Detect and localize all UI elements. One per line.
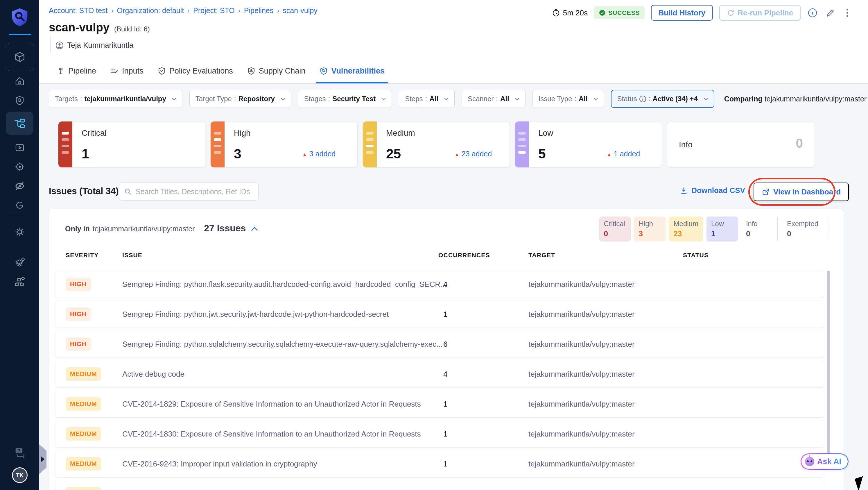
severity-chip-critical[interactable]: Critical0 xyxy=(599,216,631,242)
filter-scanner[interactable]: Scanner:All xyxy=(462,90,526,108)
table-row[interactable]: MEDIUMCVE-2014-1830: Exposure of Sensiti… xyxy=(56,420,824,447)
occurrences-value: 1 xyxy=(443,399,447,408)
severity-strip xyxy=(58,121,72,167)
filter-steps[interactable]: Steps:All xyxy=(399,90,455,108)
view-in-dashboard-button[interactable]: View in Dashboard xyxy=(753,183,849,201)
target-value: tejakummarikuntla/vulpy:master xyxy=(528,429,635,438)
execution-duration: 5m 20s xyxy=(552,8,588,18)
column-header-issue: Issue xyxy=(122,252,142,259)
severity-card-label: Low xyxy=(538,128,553,138)
pencil-icon xyxy=(825,8,835,18)
help-button[interactable]: ? xyxy=(0,444,39,460)
chip-label: Info xyxy=(746,220,768,228)
download-csv-button[interactable]: Download CSV xyxy=(680,186,745,195)
filter-label: Steps xyxy=(405,95,423,103)
sto-logo-icon[interactable] xyxy=(9,6,30,28)
severity-summary-cards: Critical1High3▲3 addedMedium25▲23 addedL… xyxy=(58,121,814,168)
sidebar-item-settings[interactable] xyxy=(0,223,39,241)
table-row[interactable]: HIGHSemgrep Finding: python.flask.securi… xyxy=(56,271,824,298)
severity-chip-low[interactable]: Low1 xyxy=(707,216,738,242)
table-scrollbar[interactable] xyxy=(827,271,830,454)
user-avatar[interactable]: TK xyxy=(12,467,28,483)
chip-label: Low xyxy=(711,220,733,228)
filter-label: Scanner xyxy=(468,95,494,103)
breadcrumb-link[interactable]: Project: STO xyxy=(193,6,235,15)
filter-value: All xyxy=(429,95,438,103)
filter-colon: : xyxy=(328,95,330,103)
sidebar-divider xyxy=(9,216,31,216)
sidebar-item-pipelines[interactable] xyxy=(6,112,33,135)
table-row[interactable]: MEDIUM xyxy=(56,480,824,490)
severity-chip-medium[interactable]: Medium23 xyxy=(669,216,703,242)
issue-title: Semgrep Finding: python.jwt.security.jwt… xyxy=(122,309,389,318)
tab-supply-chain[interactable]: Supply Chain xyxy=(246,58,307,84)
filter-stages[interactable]: Stages:Security Test xyxy=(298,90,392,108)
filter-colon: : xyxy=(234,95,236,103)
vulnerabilities-icon xyxy=(319,66,328,75)
severity-card-added: ▲3 added xyxy=(302,150,336,158)
filter-colon: : xyxy=(648,95,650,103)
filter-colon: : xyxy=(574,95,576,103)
sidebar-item-exemptions[interactable] xyxy=(0,177,39,195)
refresh-icon xyxy=(727,9,735,17)
sidebar-item-targets[interactable] xyxy=(0,158,39,176)
rerun-pipeline-button[interactable]: Re-run Pipeline xyxy=(719,5,801,21)
issues-search xyxy=(119,183,258,201)
severity-card-low: Low5▲1 added xyxy=(515,121,662,168)
filter-issue-type[interactable]: Issue Type:All xyxy=(532,90,604,108)
strip-bar xyxy=(518,151,526,154)
sidebar-item-getting-started[interactable] xyxy=(0,196,39,214)
sidebar-item-scan-overview[interactable] xyxy=(0,92,39,109)
sidebar-item-account-settings[interactable] xyxy=(0,273,39,290)
issue-group-header[interactable]: Only in tejakummarikuntla/vulpy:master 2… xyxy=(65,223,258,234)
breadcrumb-link[interactable]: Account: STO test xyxy=(49,6,107,15)
info-button[interactable]: i xyxy=(807,7,818,18)
layers-gear-icon xyxy=(14,256,26,268)
table-row[interactable]: MEDIUMCVE-2014-1829: Exposure of Sensiti… xyxy=(56,390,824,417)
filter-target-type[interactable]: Target Type:Repository xyxy=(189,90,291,108)
strip-bar xyxy=(62,132,69,134)
filter-targets[interactable]: Targets:tejakummarikuntla/vulpy xyxy=(49,90,182,108)
chevron-down-icon xyxy=(515,96,519,100)
sidebar-item-project-settings[interactable] xyxy=(0,253,39,271)
severity-badge: MEDIUM xyxy=(66,457,101,470)
issue-title: Semgrep Finding: python.flask.security.a… xyxy=(122,280,447,288)
table-row[interactable]: MEDIUMCVE-2016-9243: Improper input vali… xyxy=(56,450,824,477)
table-row[interactable]: HIGHSemgrep Finding: python.jwt.security… xyxy=(56,301,824,328)
tab-label: Pipeline xyxy=(68,66,96,75)
build-history-button[interactable]: Build History xyxy=(651,5,713,21)
severity-chip-exempted[interactable]: Exempted0 xyxy=(782,216,823,242)
sidebar-item-home[interactable] xyxy=(0,73,39,90)
filter-value: All xyxy=(579,95,588,103)
severity-card-added: ▲1 added xyxy=(607,150,640,158)
chevron-down-icon xyxy=(172,96,177,100)
tab-vulnerabilities[interactable]: Vulnerabilities xyxy=(318,58,386,84)
collapse-chevron-icon[interactable] xyxy=(251,227,258,234)
tab-policy-evaluations[interactable]: Policy Evaluations xyxy=(156,58,234,84)
tab-pipeline[interactable]: Pipeline xyxy=(55,58,97,84)
status-badge: SUCCESS xyxy=(594,6,645,19)
chip-divider xyxy=(828,217,828,241)
search-input[interactable] xyxy=(135,187,254,196)
occurrences-value: 1 xyxy=(443,429,447,438)
edit-pipeline-button[interactable] xyxy=(825,7,835,18)
sidebar-item-executions[interactable] xyxy=(0,139,39,156)
severity-chip-high[interactable]: High3 xyxy=(634,216,665,242)
table-row[interactable]: HIGHSemgrep Finding: python.sqlalchemy.s… xyxy=(56,331,824,358)
tab-inputs[interactable]: Inputs xyxy=(109,58,145,84)
comparing-target: tejakummarikuntla/vulpy:master xyxy=(765,95,867,103)
sidebar-expand-handle[interactable] xyxy=(39,444,46,474)
table-row[interactable]: MEDIUMActive debug code4tejakummarikuntl… xyxy=(56,360,824,388)
breadcrumb-link[interactable]: Pipelines xyxy=(244,6,273,15)
filter-colon: : xyxy=(425,95,427,103)
filter-status[interactable]: Statusi:Active (34) +4 xyxy=(611,90,714,108)
ask-ai-button[interactable]: Ask AI xyxy=(801,453,848,470)
sidebar-item-module[interactable] xyxy=(5,43,34,71)
occurrences-value: 1 xyxy=(443,309,447,318)
breadcrumb-link[interactable]: scan-vulpy xyxy=(283,6,317,15)
target-value: tejakummarikuntla/vulpy:master xyxy=(528,369,635,378)
severity-chip-info[interactable]: Info0 xyxy=(741,216,773,242)
breadcrumb-link[interactable]: Organization: default xyxy=(117,6,184,15)
target-value: tejakummarikuntla/vulpy:master xyxy=(528,399,635,408)
more-options-button[interactable] xyxy=(842,7,853,18)
